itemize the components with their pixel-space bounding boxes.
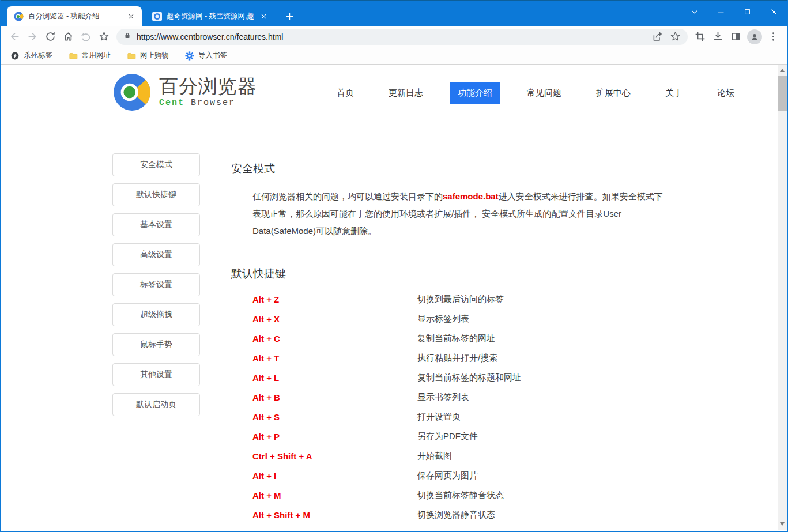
sidebar-item-advanced-settings[interactable]: 高级设置: [112, 243, 200, 266]
new-tab-button[interactable]: [282, 9, 297, 24]
kill-tab-icon: [10, 51, 20, 61]
menu-dots-icon[interactable]: [764, 28, 782, 46]
shortcut-row: Alt + X显示标签列表: [252, 309, 669, 329]
maximize-button[interactable]: [734, 1, 760, 22]
url-text[interactable]: https://www.centbrowser.cn/features.html: [137, 32, 649, 41]
nav-item-extensions[interactable]: 扩展中心: [588, 82, 639, 104]
nav-item-changelog[interactable]: 更新日志: [380, 82, 431, 104]
bookmark-folder-changyong[interactable]: 常用网址: [69, 51, 111, 61]
bookmark-star-icon[interactable]: [95, 28, 113, 46]
side-panel-icon[interactable]: [727, 28, 745, 46]
tab-separator: [278, 11, 278, 21]
sidebar-item-tab-settings[interactable]: 标签设置: [112, 273, 200, 296]
tab-strip: 百分浏览器 - 功能介绍 趣奇资源网 - 残雪资源网,趣味奇: [1, 0, 787, 26]
quqi-favicon-icon: [152, 12, 162, 21]
nav-item-features[interactable]: 功能介绍: [450, 82, 500, 104]
shortcut-row: Ctrl + Shift + A开始截图: [252, 446, 669, 466]
folder-icon: [127, 51, 136, 61]
sidebar-item-safe-mode[interactable]: 安全模式: [112, 153, 200, 176]
web-page-viewport: 百分浏览器 Cent Browser 首页 更新日志 功能介绍 常见问题 扩展中…: [1, 65, 787, 530]
minimize-button[interactable]: [707, 1, 734, 22]
bookmark-page-star-icon[interactable]: [666, 28, 684, 46]
shortcut-row: Alt + P另存为PDF文件: [252, 427, 669, 446]
nav-item-forum[interactable]: 论坛: [709, 82, 742, 104]
logo-subtitle: Cent Browser: [159, 98, 257, 108]
sidebar-item-mouse-gesture[interactable]: 鼠标手势: [112, 333, 200, 356]
safemode-bat-highlight: safemode.bat: [443, 191, 499, 201]
site-logo[interactable]: 百分浏览器 Cent Browser: [112, 73, 257, 112]
browser-window: 百分浏览器 - 功能介绍 趣奇资源网 - 残雪资源网,趣味奇: [0, 0, 788, 532]
shortcut-row: Alt + ⇦(历史记录)后退: [252, 525, 669, 530]
tab-title: 百分浏览器 - 功能介绍: [28, 12, 121, 21]
nav-item-about[interactable]: 关于: [657, 82, 691, 104]
feature-sidebar: 安全模式 默认快捷键 基本设置 高级设置 标签设置 超级拖拽 鼠标手势 其他设置…: [112, 153, 200, 530]
bookmarks-bar: 杀死标签 常用网址 网上购物: [1, 47, 787, 65]
section-title-safe-mode: 安全模式: [231, 161, 669, 176]
shortcut-list: Alt + Z切换到最后访问的标签 Alt + X显示标签列表 Alt + C复…: [252, 289, 669, 530]
tab-close-icon[interactable]: [258, 11, 269, 21]
shortcut-row: Alt + S打开设置页: [252, 407, 669, 427]
logo-title: 百分浏览器: [159, 77, 257, 97]
chevron-down-icon[interactable]: [681, 1, 707, 22]
undo-icon[interactable]: [77, 28, 95, 46]
gear-icon: [185, 51, 194, 61]
shortcut-row: Alt + L复制当前标签的标题和网址: [252, 368, 669, 387]
cent-browser-favicon-icon: [14, 12, 24, 21]
close-button[interactable]: [760, 1, 787, 22]
sidebar-item-super-drag[interactable]: 超级拖拽: [112, 303, 200, 326]
bookmark-folder-shopping[interactable]: 网上购物: [127, 51, 169, 61]
shortcut-row: Alt + I保存网页为图片: [252, 466, 669, 485]
tab-title: 趣奇资源网 - 残雪资源网,趣味奇: [167, 12, 254, 21]
nav-item-home[interactable]: 首页: [329, 82, 362, 104]
tab-quqi[interactable]: 趣奇资源网 - 残雪资源网,趣味奇: [145, 6, 274, 26]
site-nav: 首页 更新日志 功能介绍 常见问题 扩展中心 关于 论坛: [329, 65, 742, 122]
download-icon[interactable]: [709, 28, 727, 46]
main-content: 安全模式 任何浏览器相关的问题，均可以通过安装目录下的safemode.bat进…: [231, 153, 669, 530]
folder-icon: [69, 51, 78, 61]
shortcut-row: Alt + C复制当前标签的网址: [252, 329, 669, 348]
scrollbar-thumb[interactable]: [778, 76, 787, 111]
navigation-toolbar: https://www.centbrowser.cn/features.html: [1, 26, 787, 47]
address-bar[interactable]: https://www.centbrowser.cn/features.html: [116, 29, 688, 45]
crop-screenshot-icon[interactable]: [691, 28, 709, 46]
sidebar-item-other-settings[interactable]: 其他设置: [112, 363, 200, 386]
page-scrollbar[interactable]: [778, 65, 787, 530]
safe-mode-paragraph: 任何浏览器相关的问题，均可以通过安装目录下的safemode.bat进入安全模式…: [252, 188, 665, 240]
scrollbar-down-icon[interactable]: [780, 522, 785, 526]
section-title-shortcuts: 默认快捷键: [231, 266, 669, 281]
lock-icon: [123, 32, 131, 42]
site-header: 百分浏览器 Cent Browser 首页 更新日志 功能介绍 常见问题 扩展中…: [1, 65, 778, 122]
cent-browser-logo-icon: [112, 73, 152, 112]
sidebar-item-shortcuts[interactable]: 默认快捷键: [112, 183, 200, 206]
tab-close-icon[interactable]: [126, 11, 136, 21]
sidebar-item-default-startup[interactable]: 默认启动页: [112, 393, 200, 416]
bookmark-item-kill-tab[interactable]: 杀死标签: [10, 51, 52, 61]
nav-item-faq[interactable]: 常见问题: [519, 82, 570, 104]
back-icon[interactable]: [6, 28, 24, 46]
scrollbar-up-icon[interactable]: [780, 69, 785, 72]
shortcut-row: Alt + B显示书签列表: [252, 387, 669, 407]
share-icon[interactable]: [649, 28, 666, 46]
profile-avatar[interactable]: [747, 29, 762, 44]
sidebar-item-basic-settings[interactable]: 基本设置: [112, 213, 200, 236]
window-controls: [681, 1, 787, 22]
shortcut-row: Alt + M切换当前标签静音状态: [252, 485, 669, 505]
bookmark-item-import[interactable]: 导入书签: [185, 51, 227, 61]
reload-icon[interactable]: [42, 28, 59, 46]
tab-cent-features[interactable]: 百分浏览器 - 功能介绍: [7, 6, 142, 26]
shortcut-row: Alt + T执行粘贴并打开/搜索: [252, 348, 669, 368]
shortcut-row: Alt + Z切换到最后访问的标签: [252, 289, 669, 309]
forward-icon[interactable]: [24, 28, 42, 46]
shortcut-row: Alt + Shift + M切换浏览器静音状态: [252, 505, 669, 525]
home-icon[interactable]: [59, 28, 77, 46]
